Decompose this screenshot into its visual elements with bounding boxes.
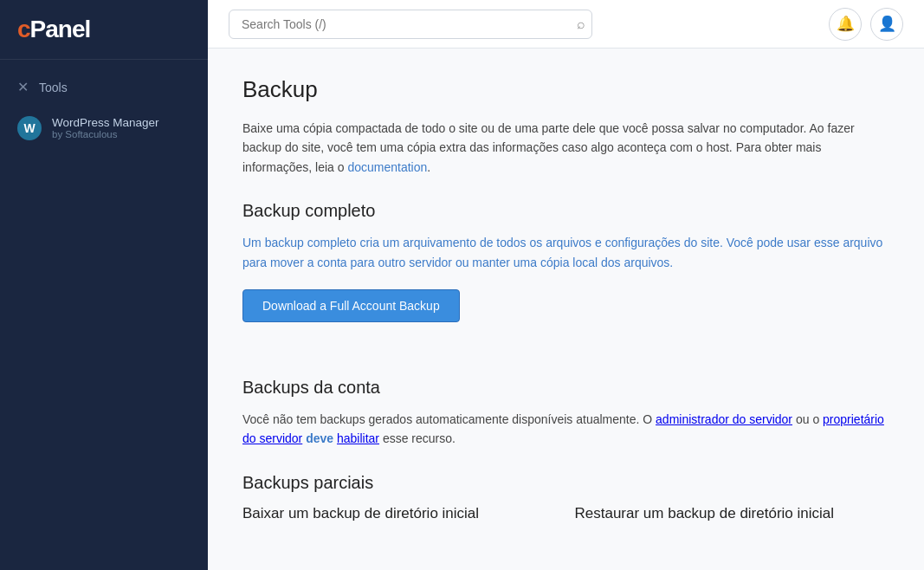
wp-label-wrap: WordPress Manager by Softaculous <box>52 116 159 139</box>
partial-grid: Baixar um backup de diretório inicial Re… <box>242 505 889 522</box>
intro-text: Baixe uma cópia compactada de todo o sit… <box>242 121 855 174</box>
backups-parciais-section: Backups parciais Baixar um backup de dir… <box>242 473 889 522</box>
header: ⌕ 🔔 👤 <box>208 0 924 49</box>
backup-completo-desc-text: Um backup completo cria um arquivamento … <box>242 236 882 269</box>
backups-conta-text2: ou o <box>792 412 823 426</box>
backups-parciais-title: Backups parciais <box>242 473 889 493</box>
sidebar-item-wordpress-manager[interactable]: W WordPress Manager by Softaculous <box>0 106 208 151</box>
partial-item-baixar-label: Baixar um backup de diretório inicial <box>242 505 479 521</box>
backup-completo-section: Backup completo Um backup completo cria … <box>242 201 889 353</box>
wp-manager-subtitle: by Softaculous <box>52 129 159 139</box>
documentation-link[interactable]: documentation <box>347 160 427 174</box>
admin-server-link[interactable]: administrador do servidor <box>656 412 792 426</box>
search-button[interactable]: ⌕ <box>577 16 585 32</box>
partial-item-baixar: Baixar um backup de diretório inicial <box>242 505 558 522</box>
bell-icon: 🔔 <box>837 15 855 33</box>
wp-manager-title: WordPress Manager <box>52 116 159 129</box>
partial-item-restaurar-label: Restaurar um backup de diretório inicial <box>575 505 835 521</box>
backups-conta-text5: esse recurso. <box>379 431 456 445</box>
notifications-button[interactable]: 🔔 <box>829 8 862 41</box>
intro-paragraph: Baixe uma cópia compactada de todo o sit… <box>242 119 889 177</box>
download-full-backup-button[interactable]: Download a Full Account Backup <box>242 289 460 322</box>
partial-item-restaurar: Restaurar um backup de diretório inicial <box>575 505 890 522</box>
backup-completo-description: Um backup completo cria um arquivamento … <box>242 233 889 272</box>
page-title: Backup <box>242 76 889 103</box>
search-input[interactable] <box>229 10 592 39</box>
content-area: Backup Baixe uma cópia compactada de tod… <box>208 49 924 570</box>
sidebar-item-tools[interactable]: ✕ Tools <box>0 68 208 106</box>
sidebar-nav: ✕ Tools W WordPress Manager by Softaculo… <box>0 60 208 159</box>
sidebar: cPanel ✕ Tools W WordPress Manager by So… <box>0 0 208 570</box>
backups-conta-section: Backups da conta Você não tem backups ge… <box>242 378 889 449</box>
wordpress-icon: W <box>17 116 42 140</box>
intro-end: . <box>427 160 430 174</box>
search-bar: ⌕ <box>229 10 592 39</box>
search-icon: ⌕ <box>577 16 585 31</box>
user-menu-button[interactable]: 👤 <box>870 8 903 41</box>
sidebar-logo: cPanel <box>0 0 208 60</box>
habilitar-link[interactable]: habilitar <box>337 431 379 445</box>
backups-conta-title: Backups da conta <box>242 378 889 398</box>
logo-text: cPanel <box>17 16 90 42</box>
backups-conta-description: Você não tem backups gerados automaticam… <box>242 410 889 449</box>
main-area: ⌕ 🔔 👤 Backup Baixe uma cópia compactada … <box>208 0 924 570</box>
sidebar-item-label: Tools <box>39 81 68 94</box>
backups-conta-deve: deve <box>306 431 333 445</box>
user-icon: 👤 <box>878 15 896 33</box>
backup-completo-title: Backup completo <box>242 201 889 221</box>
backups-conta-text1: Você não tem backups gerados automaticam… <box>242 412 656 426</box>
close-icon: ✕ <box>17 79 29 95</box>
